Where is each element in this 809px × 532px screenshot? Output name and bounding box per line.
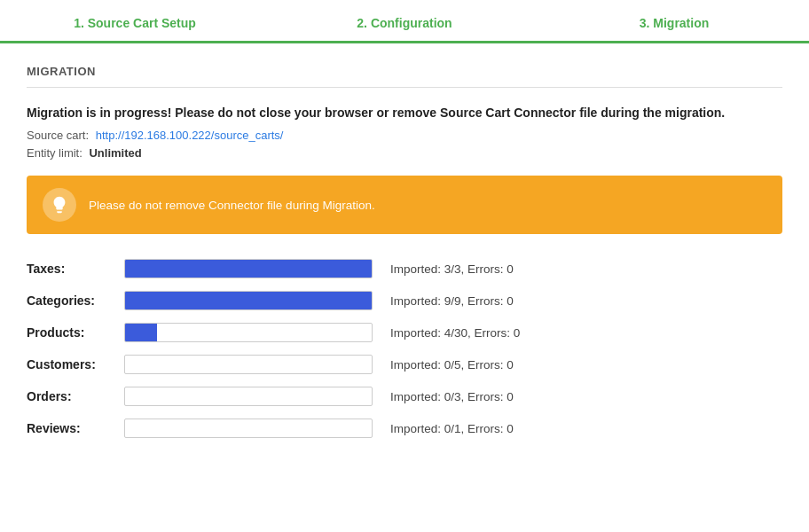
step3-underline xyxy=(539,41,809,43)
progress-bar-container xyxy=(124,323,373,342)
warning-text: Please do not remove Connector file duri… xyxy=(89,199,766,212)
progress-row: Categories:Imported: 9/9, Errors: 0 xyxy=(27,291,782,310)
progress-status: Imported: 0/3, Errors: 0 xyxy=(390,390,514,403)
entity-limit-value: Unlimited xyxy=(89,146,141,160)
progress-bar-container xyxy=(124,387,373,406)
progress-label: Customers: xyxy=(27,357,124,372)
progress-row: Reviews:Imported: 0/1, Errors: 0 xyxy=(27,419,782,438)
progress-bar-container xyxy=(124,259,373,278)
stepper-step-1[interactable]: 1. Source Cart Setup xyxy=(0,16,270,41)
progress-label: Categories: xyxy=(27,293,124,308)
progress-label: Reviews: xyxy=(27,421,124,435)
step2-label: 2. Configuration xyxy=(357,16,452,41)
progress-status: Imported: 4/30, Errors: 0 xyxy=(390,326,520,340)
progress-row: Products:Imported: 4/30, Errors: 0 xyxy=(27,323,782,342)
migration-info: Migration is in progress! Please do not … xyxy=(27,106,782,160)
progress-table: Taxes:Imported: 3/3, Errors: 0Categories… xyxy=(27,259,782,438)
step3-label: 3. Migration xyxy=(640,16,710,41)
progress-bar-container xyxy=(124,419,373,438)
section-title: MIGRATION xyxy=(27,65,782,88)
progress-bar-container xyxy=(124,355,373,374)
step2-underline xyxy=(270,41,539,43)
progress-bar-fill xyxy=(125,260,372,278)
main-content: MIGRATION Migration is in progress! Plea… xyxy=(0,43,809,472)
progress-status: Imported: 3/3, Errors: 0 xyxy=(390,262,514,276)
progress-bar-container xyxy=(124,291,373,310)
step1-underline xyxy=(0,41,270,43)
progress-label: Orders: xyxy=(27,389,124,403)
stepper: 1. Source Cart Setup 2. Configuration 3.… xyxy=(0,0,809,43)
stepper-step-3[interactable]: 3. Migration xyxy=(539,16,809,41)
step1-label: 1. Source Cart Setup xyxy=(74,16,196,41)
source-cart-label: Source cart: xyxy=(27,129,89,142)
progress-bar-fill xyxy=(125,292,372,309)
progress-label: Taxes: xyxy=(27,262,124,276)
bulb-icon-container xyxy=(43,188,76,222)
bulb-icon xyxy=(50,195,69,215)
progress-status: Imported: 0/1, Errors: 0 xyxy=(390,422,514,435)
progress-row: Customers:Imported: 0/5, Errors: 0 xyxy=(27,355,782,374)
progress-bar-fill xyxy=(125,324,157,341)
progress-label: Products: xyxy=(27,325,124,340)
progress-status: Imported: 0/5, Errors: 0 xyxy=(390,358,514,372)
progress-status: Imported: 9/9, Errors: 0 xyxy=(390,294,514,308)
main-message: Migration is in progress! Please do not … xyxy=(27,106,782,120)
entity-limit-label: Entity limit: xyxy=(27,146,82,160)
warning-banner: Please do not remove Connector file duri… xyxy=(27,176,782,234)
entity-limit-line: Entity limit: Unlimited xyxy=(27,146,782,160)
progress-row: Taxes:Imported: 3/3, Errors: 0 xyxy=(27,259,782,278)
progress-row: Orders:Imported: 0/3, Errors: 0 xyxy=(27,387,782,406)
stepper-step-2[interactable]: 2. Configuration xyxy=(270,16,539,41)
source-cart-line: Source cart: http://192.168.100.222/sour… xyxy=(27,129,782,142)
source-cart-url[interactable]: http://192.168.100.222/source_carts/ xyxy=(96,129,284,142)
